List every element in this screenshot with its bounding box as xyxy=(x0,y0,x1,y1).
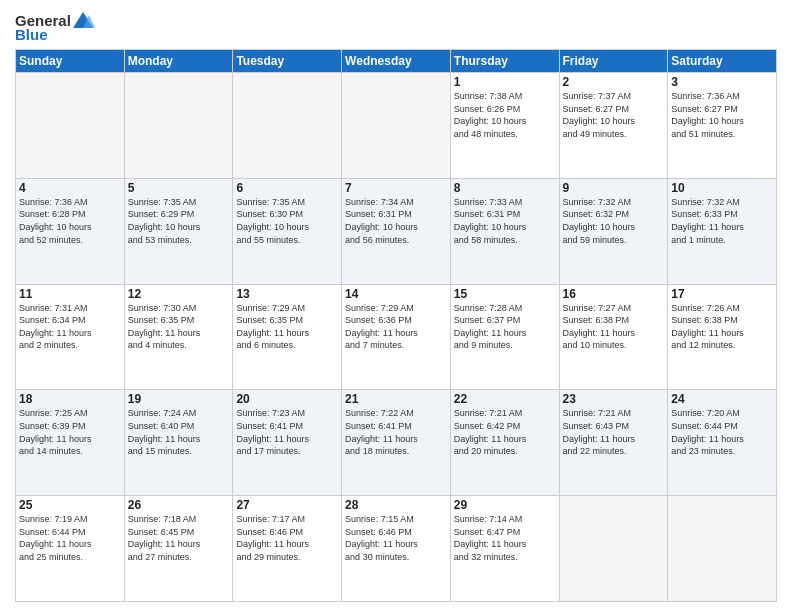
day-number: 4 xyxy=(19,181,121,195)
calendar-cell: 7Sunrise: 7:34 AM Sunset: 6:31 PM Daylig… xyxy=(342,178,451,284)
day-number: 26 xyxy=(128,498,230,512)
calendar-cell: 9Sunrise: 7:32 AM Sunset: 6:32 PM Daylig… xyxy=(559,178,668,284)
day-number: 3 xyxy=(671,75,773,89)
calendar-cell: 24Sunrise: 7:20 AM Sunset: 6:44 PM Dayli… xyxy=(668,390,777,496)
logo-blue: Blue xyxy=(15,26,48,43)
day-number: 8 xyxy=(454,181,556,195)
day-info: Sunrise: 7:18 AM Sunset: 6:45 PM Dayligh… xyxy=(128,513,230,563)
calendar-cell: 22Sunrise: 7:21 AM Sunset: 6:42 PM Dayli… xyxy=(450,390,559,496)
day-info: Sunrise: 7:26 AM Sunset: 6:38 PM Dayligh… xyxy=(671,302,773,352)
day-number: 14 xyxy=(345,287,447,301)
calendar-cell xyxy=(559,496,668,602)
weekday-header-saturday: Saturday xyxy=(668,50,777,73)
calendar-cell xyxy=(16,73,125,179)
day-info: Sunrise: 7:24 AM Sunset: 6:40 PM Dayligh… xyxy=(128,407,230,457)
day-number: 6 xyxy=(236,181,338,195)
day-info: Sunrise: 7:19 AM Sunset: 6:44 PM Dayligh… xyxy=(19,513,121,563)
week-row-1: 1Sunrise: 7:38 AM Sunset: 6:26 PM Daylig… xyxy=(16,73,777,179)
calendar-cell: 20Sunrise: 7:23 AM Sunset: 6:41 PM Dayli… xyxy=(233,390,342,496)
day-info: Sunrise: 7:21 AM Sunset: 6:42 PM Dayligh… xyxy=(454,407,556,457)
page: General Blue SundayMondayTuesdayWednesda… xyxy=(0,0,792,612)
calendar-cell: 29Sunrise: 7:14 AM Sunset: 6:47 PM Dayli… xyxy=(450,496,559,602)
calendar-cell xyxy=(342,73,451,179)
day-number: 15 xyxy=(454,287,556,301)
header: General Blue xyxy=(15,10,777,43)
calendar-cell: 14Sunrise: 7:29 AM Sunset: 6:36 PM Dayli… xyxy=(342,284,451,390)
calendar-cell: 12Sunrise: 7:30 AM Sunset: 6:35 PM Dayli… xyxy=(124,284,233,390)
calendar-cell: 2Sunrise: 7:37 AM Sunset: 6:27 PM Daylig… xyxy=(559,73,668,179)
week-row-2: 4Sunrise: 7:36 AM Sunset: 6:28 PM Daylig… xyxy=(16,178,777,284)
day-info: Sunrise: 7:30 AM Sunset: 6:35 PM Dayligh… xyxy=(128,302,230,352)
day-info: Sunrise: 7:28 AM Sunset: 6:37 PM Dayligh… xyxy=(454,302,556,352)
day-number: 10 xyxy=(671,181,773,195)
day-info: Sunrise: 7:35 AM Sunset: 6:29 PM Dayligh… xyxy=(128,196,230,246)
calendar-cell: 8Sunrise: 7:33 AM Sunset: 6:31 PM Daylig… xyxy=(450,178,559,284)
day-number: 13 xyxy=(236,287,338,301)
day-info: Sunrise: 7:35 AM Sunset: 6:30 PM Dayligh… xyxy=(236,196,338,246)
day-number: 22 xyxy=(454,392,556,406)
day-info: Sunrise: 7:38 AM Sunset: 6:26 PM Dayligh… xyxy=(454,90,556,140)
calendar-cell: 4Sunrise: 7:36 AM Sunset: 6:28 PM Daylig… xyxy=(16,178,125,284)
calendar-cell: 18Sunrise: 7:25 AM Sunset: 6:39 PM Dayli… xyxy=(16,390,125,496)
calendar-cell xyxy=(668,496,777,602)
day-number: 29 xyxy=(454,498,556,512)
day-info: Sunrise: 7:34 AM Sunset: 6:31 PM Dayligh… xyxy=(345,196,447,246)
day-number: 11 xyxy=(19,287,121,301)
day-number: 16 xyxy=(563,287,665,301)
logo-icon xyxy=(71,10,95,30)
calendar-cell: 28Sunrise: 7:15 AM Sunset: 6:46 PM Dayli… xyxy=(342,496,451,602)
day-number: 24 xyxy=(671,392,773,406)
calendar-cell: 3Sunrise: 7:36 AM Sunset: 6:27 PM Daylig… xyxy=(668,73,777,179)
day-number: 27 xyxy=(236,498,338,512)
day-info: Sunrise: 7:37 AM Sunset: 6:27 PM Dayligh… xyxy=(563,90,665,140)
day-number: 12 xyxy=(128,287,230,301)
calendar-cell: 13Sunrise: 7:29 AM Sunset: 6:35 PM Dayli… xyxy=(233,284,342,390)
day-number: 28 xyxy=(345,498,447,512)
weekday-header-friday: Friday xyxy=(559,50,668,73)
calendar-cell: 25Sunrise: 7:19 AM Sunset: 6:44 PM Dayli… xyxy=(16,496,125,602)
day-number: 9 xyxy=(563,181,665,195)
calendar-cell: 17Sunrise: 7:26 AM Sunset: 6:38 PM Dayli… xyxy=(668,284,777,390)
day-info: Sunrise: 7:25 AM Sunset: 6:39 PM Dayligh… xyxy=(19,407,121,457)
day-number: 7 xyxy=(345,181,447,195)
day-number: 2 xyxy=(563,75,665,89)
calendar-cell xyxy=(233,73,342,179)
day-number: 19 xyxy=(128,392,230,406)
day-info: Sunrise: 7:17 AM Sunset: 6:46 PM Dayligh… xyxy=(236,513,338,563)
calendar-cell xyxy=(124,73,233,179)
day-info: Sunrise: 7:31 AM Sunset: 6:34 PM Dayligh… xyxy=(19,302,121,352)
day-info: Sunrise: 7:27 AM Sunset: 6:38 PM Dayligh… xyxy=(563,302,665,352)
day-info: Sunrise: 7:33 AM Sunset: 6:31 PM Dayligh… xyxy=(454,196,556,246)
day-number: 21 xyxy=(345,392,447,406)
day-info: Sunrise: 7:32 AM Sunset: 6:33 PM Dayligh… xyxy=(671,196,773,246)
day-info: Sunrise: 7:21 AM Sunset: 6:43 PM Dayligh… xyxy=(563,407,665,457)
calendar-cell: 1Sunrise: 7:38 AM Sunset: 6:26 PM Daylig… xyxy=(450,73,559,179)
weekday-header-sunday: Sunday xyxy=(16,50,125,73)
day-info: Sunrise: 7:20 AM Sunset: 6:44 PM Dayligh… xyxy=(671,407,773,457)
calendar-cell: 11Sunrise: 7:31 AM Sunset: 6:34 PM Dayli… xyxy=(16,284,125,390)
day-info: Sunrise: 7:14 AM Sunset: 6:47 PM Dayligh… xyxy=(454,513,556,563)
calendar-cell: 23Sunrise: 7:21 AM Sunset: 6:43 PM Dayli… xyxy=(559,390,668,496)
day-info: Sunrise: 7:22 AM Sunset: 6:41 PM Dayligh… xyxy=(345,407,447,457)
calendar-cell: 27Sunrise: 7:17 AM Sunset: 6:46 PM Dayli… xyxy=(233,496,342,602)
day-info: Sunrise: 7:29 AM Sunset: 6:35 PM Dayligh… xyxy=(236,302,338,352)
calendar-cell: 6Sunrise: 7:35 AM Sunset: 6:30 PM Daylig… xyxy=(233,178,342,284)
day-number: 20 xyxy=(236,392,338,406)
calendar-cell: 5Sunrise: 7:35 AM Sunset: 6:29 PM Daylig… xyxy=(124,178,233,284)
calendar-cell: 26Sunrise: 7:18 AM Sunset: 6:45 PM Dayli… xyxy=(124,496,233,602)
logo: General Blue xyxy=(15,10,95,43)
day-number: 17 xyxy=(671,287,773,301)
calendar-cell: 16Sunrise: 7:27 AM Sunset: 6:38 PM Dayli… xyxy=(559,284,668,390)
weekday-header-wednesday: Wednesday xyxy=(342,50,451,73)
calendar-cell: 15Sunrise: 7:28 AM Sunset: 6:37 PM Dayli… xyxy=(450,284,559,390)
day-info: Sunrise: 7:23 AM Sunset: 6:41 PM Dayligh… xyxy=(236,407,338,457)
day-number: 25 xyxy=(19,498,121,512)
day-number: 5 xyxy=(128,181,230,195)
day-info: Sunrise: 7:32 AM Sunset: 6:32 PM Dayligh… xyxy=(563,196,665,246)
calendar: SundayMondayTuesdayWednesdayThursdayFrid… xyxy=(15,49,777,602)
weekday-header-thursday: Thursday xyxy=(450,50,559,73)
calendar-cell: 10Sunrise: 7:32 AM Sunset: 6:33 PM Dayli… xyxy=(668,178,777,284)
calendar-cell: 21Sunrise: 7:22 AM Sunset: 6:41 PM Dayli… xyxy=(342,390,451,496)
calendar-cell: 19Sunrise: 7:24 AM Sunset: 6:40 PM Dayli… xyxy=(124,390,233,496)
weekday-header-row: SundayMondayTuesdayWednesdayThursdayFrid… xyxy=(16,50,777,73)
